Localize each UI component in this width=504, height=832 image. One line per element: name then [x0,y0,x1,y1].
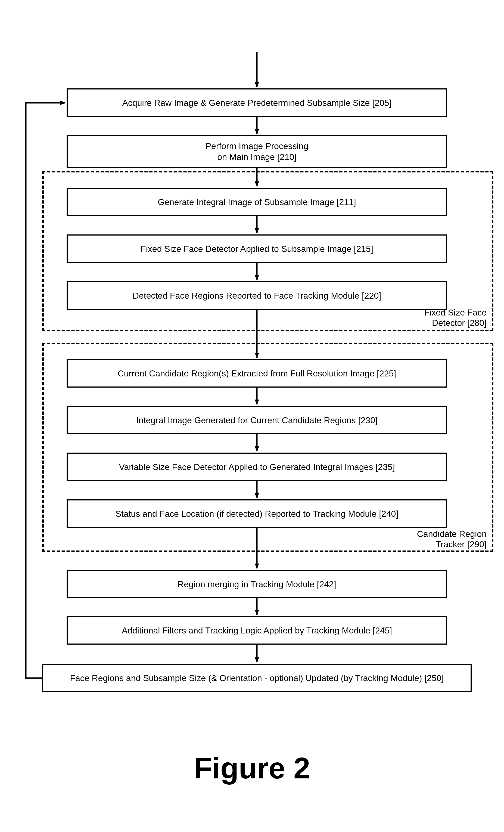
step-210-line2: on Main Image [210] [217,152,297,162]
flowchart-canvas: Fixed Size Face Detector [280] Candidate… [0,0,504,832]
group-label-290: Candidate Region Tracker [290] [397,529,486,550]
step-220-text: Detected Face Regions Reported to Face T… [133,290,381,301]
step-235: Variable Size Face Detector Applied to G… [67,452,447,481]
step-240: Status and Face Location (if detected) R… [67,499,447,528]
group-label-290-line2: Tracker [290] [436,539,486,549]
step-230: Integral Image Generated for Current Can… [67,406,447,434]
step-225: Current Candidate Region(s) Extracted fr… [67,359,447,388]
step-250: Face Regions and Subsample Size (& Orien… [42,664,472,692]
figure-title: Figure 2 [0,751,504,785]
step-250-text: Face Regions and Subsample Size (& Orien… [70,673,444,683]
step-240-text: Status and Face Location (if detected) R… [115,508,399,519]
step-242: Region merging in Tracking Module [242] [67,570,447,598]
step-205-text: Acquire Raw Image & Generate Predetermin… [122,97,392,108]
step-235-text: Variable Size Face Detector Applied to G… [119,462,395,472]
step-230-text: Integral Image Generated for Current Can… [136,415,378,426]
group-label-280: Fixed Size Face Detector [280] [405,307,486,328]
step-215: Fixed Size Face Detector Applied to Subs… [67,234,447,263]
step-211-text: Generate Integral Image of Subsample Ima… [158,197,356,208]
group-label-290-line1: Candidate Region [417,529,486,539]
step-215-text: Fixed Size Face Detector Applied to Subs… [140,243,373,254]
step-242-text: Region merging in Tracking Module [242] [178,579,336,590]
group-label-280-line2: Detector [280] [432,318,486,328]
step-211: Generate Integral Image of Subsample Ima… [67,188,447,216]
step-210-line1: Perform Image Processing [206,141,309,151]
step-245-text: Additional Filters and Tracking Logic Ap… [122,625,392,636]
step-220: Detected Face Regions Reported to Face T… [67,281,447,310]
step-225-text: Current Candidate Region(s) Extracted fr… [118,368,396,379]
figure-title-text: Figure 2 [194,751,310,785]
step-245: Additional Filters and Tracking Logic Ap… [67,616,447,645]
step-210: Perform Image Processing on Main Image [… [67,135,447,168]
step-205: Acquire Raw Image & Generate Predetermin… [67,88,447,117]
